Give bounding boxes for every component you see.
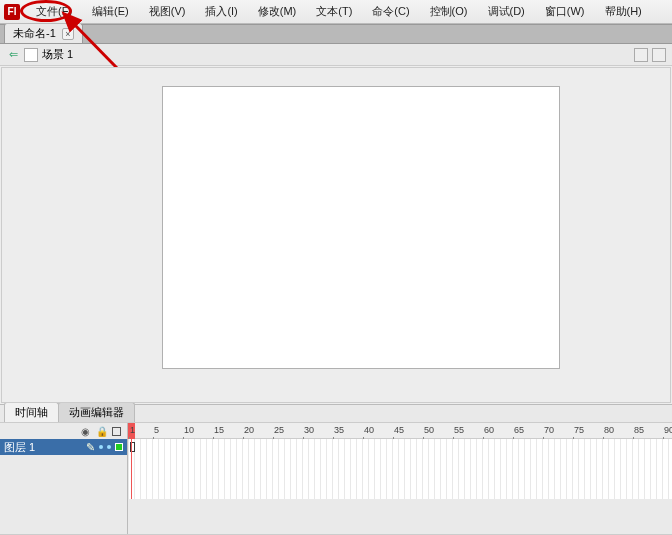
menu-window[interactable]: 窗口(W) bbox=[535, 1, 595, 22]
document-tab-close-button[interactable]: × bbox=[62, 28, 74, 40]
layer-header-icons: ◉ 🔒 bbox=[0, 423, 128, 439]
scene-icon bbox=[24, 48, 38, 62]
layer-item[interactable]: 图层 1 ✎ bbox=[0, 439, 127, 455]
ruler-tick: 5 bbox=[154, 425, 159, 435]
scene-right-tools bbox=[634, 48, 666, 62]
tab-timeline[interactable]: 时间轴 bbox=[4, 402, 59, 422]
layer-lock-dot[interactable] bbox=[107, 445, 111, 449]
playhead-line[interactable] bbox=[131, 439, 132, 499]
ruler-tick: 25 bbox=[274, 425, 284, 435]
visibility-header-icon[interactable]: ◉ bbox=[80, 426, 90, 437]
panel-tab-bar: 时间轴 动画编辑器 bbox=[0, 405, 672, 423]
ruler-row: ◉ 🔒 151015202530354045505560657075808590 bbox=[0, 423, 672, 439]
flash-app-icon: Fl bbox=[4, 4, 20, 20]
ruler-tick: 80 bbox=[604, 425, 614, 435]
scene-back-button[interactable]: ⇐ bbox=[6, 48, 20, 62]
ruler-tick: 35 bbox=[334, 425, 344, 435]
menu-bar: Fl 文件(F) 编辑(E) 视图(V) 插入(I) 修改(M) 文本(T) 命… bbox=[0, 0, 672, 24]
layer-name: 图层 1 bbox=[4, 440, 82, 455]
ruler-tick: 50 bbox=[424, 425, 434, 435]
stage-canvas[interactable] bbox=[162, 86, 560, 369]
menu-file[interactable]: 文件(F) bbox=[26, 1, 82, 22]
frame-grid-empty bbox=[128, 499, 672, 534]
edit-symbol-icon[interactable] bbox=[652, 48, 666, 62]
scene-name: 场景 1 bbox=[42, 47, 73, 62]
timeline-panel: 时间轴 动画编辑器 ◉ 🔒 15101520253035404550556065… bbox=[0, 404, 672, 535]
layer-outline-toggle[interactable] bbox=[115, 443, 123, 451]
menu-text[interactable]: 文本(T) bbox=[306, 1, 362, 22]
document-tab-bar: 未命名-1 × bbox=[0, 24, 672, 44]
menu-help[interactable]: 帮助(H) bbox=[595, 1, 652, 22]
frame-grid[interactable] bbox=[128, 439, 672, 499]
tracks-row: 图层 1 ✎ bbox=[0, 439, 672, 499]
ruler-tick: 1 bbox=[130, 425, 135, 435]
ruler-tick: 45 bbox=[394, 425, 404, 435]
layer-list: 图层 1 ✎ bbox=[0, 439, 128, 499]
scene-bar: ⇐ 场景 1 bbox=[0, 44, 672, 66]
ruler-tick: 90 bbox=[664, 425, 672, 435]
ruler-tick: 15 bbox=[214, 425, 224, 435]
outline-header-icon[interactable] bbox=[112, 427, 121, 436]
ruler-tick: 10 bbox=[184, 425, 194, 435]
layer-list-empty bbox=[0, 499, 128, 534]
menu-control[interactable]: 控制(O) bbox=[420, 1, 478, 22]
stage-area[interactable] bbox=[1, 67, 671, 403]
menu-insert[interactable]: 插入(I) bbox=[195, 1, 247, 22]
document-tab[interactable]: 未命名-1 × bbox=[4, 23, 83, 43]
lock-header-icon[interactable]: 🔒 bbox=[96, 426, 106, 437]
layer-visibility-dot[interactable] bbox=[99, 445, 103, 449]
document-tab-title: 未命名-1 bbox=[13, 26, 56, 41]
menu-edit[interactable]: 编辑(E) bbox=[82, 1, 139, 22]
ruler-tick: 30 bbox=[304, 425, 314, 435]
ruler-tick: 20 bbox=[244, 425, 254, 435]
ruler-tick: 75 bbox=[574, 425, 584, 435]
ruler-tick: 85 bbox=[634, 425, 644, 435]
ruler-tick: 65 bbox=[514, 425, 524, 435]
ruler-tick: 55 bbox=[454, 425, 464, 435]
menu-debug[interactable]: 调试(D) bbox=[478, 1, 535, 22]
tab-motion-editor[interactable]: 动画编辑器 bbox=[58, 402, 135, 422]
ruler-tick: 70 bbox=[544, 425, 554, 435]
ruler-tick: 40 bbox=[364, 425, 374, 435]
menu-commands[interactable]: 命令(C) bbox=[362, 1, 419, 22]
ruler-tick: 60 bbox=[484, 425, 494, 435]
menu-view[interactable]: 视图(V) bbox=[139, 1, 196, 22]
pencil-icon: ✎ bbox=[86, 441, 95, 454]
frame-ruler[interactable]: 151015202530354045505560657075808590 bbox=[128, 423, 672, 439]
edit-scene-icon[interactable] bbox=[634, 48, 648, 62]
menu-modify[interactable]: 修改(M) bbox=[248, 1, 307, 22]
